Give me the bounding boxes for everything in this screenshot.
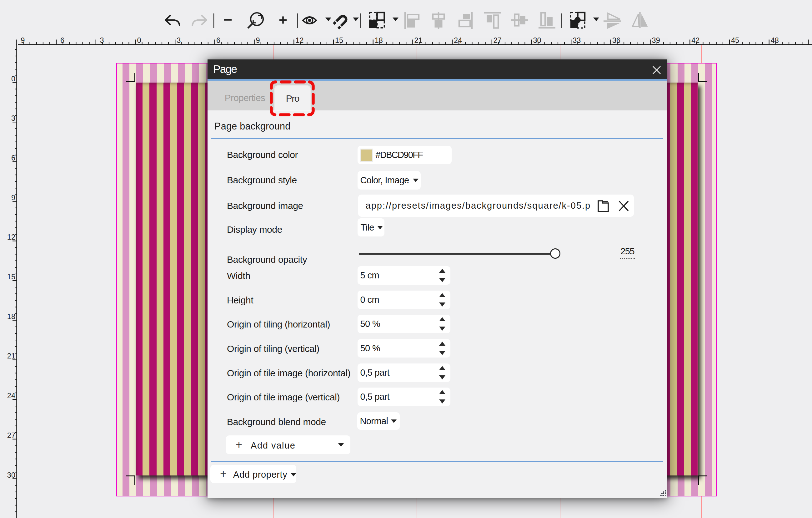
svg-text:-9: -9 [18,36,25,45]
svg-text:12: 12 [295,36,303,45]
svg-text:15: 15 [7,273,15,281]
svg-text:9: 9 [256,36,260,45]
svg-text:3: 3 [177,36,181,45]
svg-text:24: 24 [454,36,462,45]
svg-text:30: 30 [7,471,15,479]
svg-text:21: 21 [7,352,15,360]
svg-text:45: 45 [731,36,739,45]
svg-text:0: 0 [11,75,15,83]
svg-text:39: 39 [652,36,660,45]
svg-text:42: 42 [691,36,699,45]
svg-text:12: 12 [7,233,15,241]
svg-text:-3: -3 [97,36,104,45]
svg-text:27: 27 [7,431,15,439]
svg-text:21: 21 [414,36,422,45]
svg-text:0: 0 [137,36,141,45]
svg-text:3: 3 [11,114,15,122]
svg-text:18: 18 [375,36,383,45]
svg-text:-6: -6 [58,36,64,45]
svg-text:30: 30 [533,36,541,45]
svg-text:33: 33 [573,36,581,45]
svg-text:18: 18 [7,312,15,321]
svg-text:9: 9 [11,194,15,202]
svg-text:6: 6 [216,36,220,45]
svg-text:6: 6 [11,154,15,162]
svg-text:15: 15 [335,36,343,45]
svg-text:36: 36 [612,36,620,45]
svg-text:27: 27 [494,36,502,45]
svg-text:48: 48 [771,36,779,45]
svg-text:24: 24 [7,392,15,400]
